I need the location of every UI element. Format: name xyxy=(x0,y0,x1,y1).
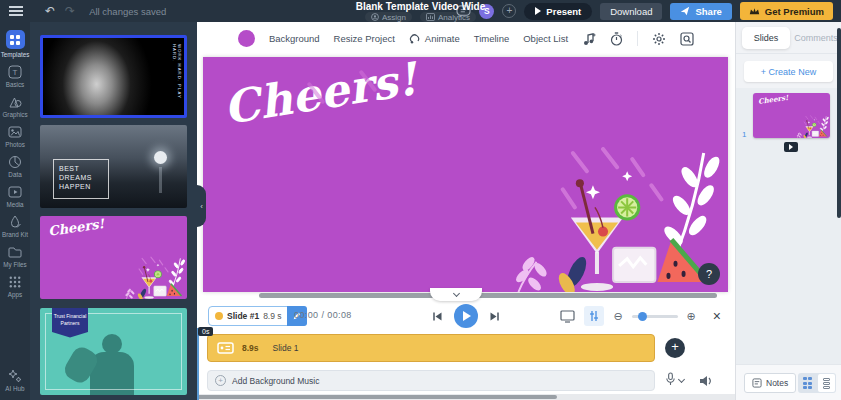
slides-panel-scrollbar[interactable] xyxy=(837,28,841,218)
slides-view-toggle xyxy=(798,373,836,393)
timeline-settings-button[interactable] xyxy=(584,306,604,326)
cocktail-illustration xyxy=(790,115,830,138)
app-window: ↶ ↷ All changes saved Blank Template Vid… xyxy=(0,0,841,400)
template-thumbnail-cheers[interactable]: Cheers! xyxy=(40,216,187,299)
redo-icon[interactable]: ↷ xyxy=(65,4,75,18)
zoom-in-button[interactable]: ⊕ xyxy=(687,310,696,323)
sidebar-item-my-files[interactable]: My Files xyxy=(0,245,30,268)
zoom-slider-knob[interactable] xyxy=(638,312,647,321)
background-color-swatch[interactable] xyxy=(238,30,255,47)
template-thumbnail-image xyxy=(43,38,184,115)
scrollbar-thumb[interactable] xyxy=(197,395,557,399)
bar-chart-icon xyxy=(426,13,435,21)
play-button[interactable] xyxy=(454,304,478,328)
add-music-button[interactable] xyxy=(582,32,596,46)
template-thumbnail-best-dreams[interactable]: BEST DREAMS HAPPEN xyxy=(40,125,187,208)
share-button[interactable]: Share xyxy=(670,3,731,20)
zoom-out-button[interactable]: ⊖ xyxy=(613,310,622,323)
chevron-down-icon xyxy=(678,375,685,382)
speaker-icon xyxy=(699,375,713,387)
slide-transition-button[interactable] xyxy=(784,142,798,152)
tab-comments[interactable]: Comments xyxy=(794,27,838,49)
tab-slides[interactable]: Slides xyxy=(742,27,790,49)
slide-duration-chip[interactable]: Slide #1 8.9 s xyxy=(208,306,307,326)
music-note-icon xyxy=(582,32,596,46)
timeline-horizontal-scrollbar[interactable] xyxy=(197,394,735,400)
add-collaborator-button[interactable]: + xyxy=(502,4,516,18)
timeline-zoom-slider[interactable] xyxy=(632,315,678,318)
skip-forward-button[interactable] xyxy=(489,311,500,322)
sidebar-item-apps[interactable]: Apps xyxy=(0,275,30,298)
animate-button[interactable]: Animate xyxy=(409,33,460,45)
get-premium-button[interactable]: Get Premium xyxy=(740,2,833,20)
download-button[interactable]: Download xyxy=(600,3,662,20)
saved-status: All changes saved xyxy=(89,6,166,17)
sidebar-item-brand-kit[interactable]: Brand Kit xyxy=(0,215,30,238)
create-new-slide-button[interactable]: + Create New xyxy=(744,61,833,82)
right-panel-tabs: Slides Comments xyxy=(736,22,841,54)
slide-track[interactable]: 8.9s Slide 1 xyxy=(207,334,655,362)
timeline-collapse-tab[interactable] xyxy=(430,288,482,301)
slide-thumbnail-1[interactable]: Cheers! xyxy=(753,93,830,138)
sidebar-item-templates[interactable]: Templates xyxy=(0,30,30,58)
media-icon xyxy=(8,185,22,199)
slide-number: 1 xyxy=(742,130,746,139)
play-icon xyxy=(463,311,471,321)
canvas-horizontal-scrollbar[interactable] xyxy=(259,293,717,298)
grid-view-button[interactable] xyxy=(798,373,817,393)
plus-icon: + xyxy=(215,375,226,386)
transition-icon xyxy=(789,144,793,150)
resize-project-button[interactable]: Resize Project xyxy=(334,33,395,44)
panel-collapse-handle[interactable]: ‹ xyxy=(197,185,206,227)
apps-icon xyxy=(8,275,22,289)
sparkles-icon xyxy=(8,369,22,383)
microphone-icon xyxy=(665,372,676,386)
background-button[interactable]: Background xyxy=(269,33,320,44)
sidebar-item-ai-hub[interactable]: AI Hub xyxy=(0,369,30,392)
analytics-button[interactable]: Analytics xyxy=(420,12,476,22)
cocktail-illustration xyxy=(474,145,726,292)
screen-view-button[interactable] xyxy=(560,310,575,323)
skip-back-button[interactable] xyxy=(432,311,443,322)
stopwatch-icon xyxy=(610,32,623,46)
sidebar-item-data[interactable]: Data xyxy=(0,155,30,178)
voice-over-button[interactable] xyxy=(665,372,684,386)
share-arrow-icon xyxy=(680,6,690,16)
slides-panel: Slides Comments + Create New 1 Cheers! N… xyxy=(735,22,841,400)
slide-track-icon xyxy=(217,342,234,354)
assign-button[interactable]: Assign xyxy=(365,12,412,22)
undo-icon[interactable]: ↶ xyxy=(45,4,55,18)
timer-button[interactable] xyxy=(610,32,623,46)
slide-canvas[interactable]: Cheers! ? xyxy=(203,57,728,292)
add-background-music-bar[interactable]: + Add Background Music xyxy=(207,370,655,391)
object-list-button[interactable]: Object List xyxy=(523,33,568,44)
mute-button[interactable] xyxy=(699,373,713,391)
timeline-controls: Slide #1 8.9 s 00:00 / 00:08 ⊖ ⊕ xyxy=(197,302,735,330)
notes-button[interactable]: Notes xyxy=(744,373,796,393)
list-view-icon xyxy=(823,377,830,390)
preview-magnifier-icon xyxy=(680,32,694,46)
sidebar-item-basics[interactable]: T Basics xyxy=(0,65,30,88)
present-button[interactable]: Present xyxy=(524,3,592,20)
notes-icon xyxy=(752,378,762,388)
add-slide-button[interactable]: + xyxy=(665,338,685,358)
preview-button[interactable] xyxy=(680,32,694,46)
playback-time: 00:00 / 00:08 xyxy=(294,310,352,320)
hamburger-menu-icon[interactable] xyxy=(9,6,23,16)
sidebar-item-media[interactable]: Media xyxy=(0,185,30,208)
template-thumbnail-work-hard[interactable]: WORK HARD. PLAY HARD. xyxy=(40,35,187,118)
close-timeline-button[interactable]: × xyxy=(713,308,721,324)
settings-button[interactable] xyxy=(652,32,666,46)
slide-color-dot xyxy=(215,312,223,320)
sidebar-item-graphics[interactable]: Graphics xyxy=(0,95,30,118)
data-icon xyxy=(8,155,22,169)
list-view-button[interactable] xyxy=(818,374,835,392)
templates-icon xyxy=(9,34,21,46)
help-button[interactable]: ? xyxy=(698,263,720,285)
timeline-button[interactable]: Timeline xyxy=(474,33,510,44)
templates-panel: WORK HARD. PLAY HARD. BEST DREAMS HAPPEN… xyxy=(30,22,197,400)
sidebar-item-photos[interactable]: Photos xyxy=(0,125,30,148)
document-title[interactable]: Blank Template Video Wide xyxy=(356,1,486,12)
template-thumbnail-trust-financial[interactable]: Trust Financial Partners xyxy=(40,308,187,395)
timeline-left-accent xyxy=(197,328,199,400)
